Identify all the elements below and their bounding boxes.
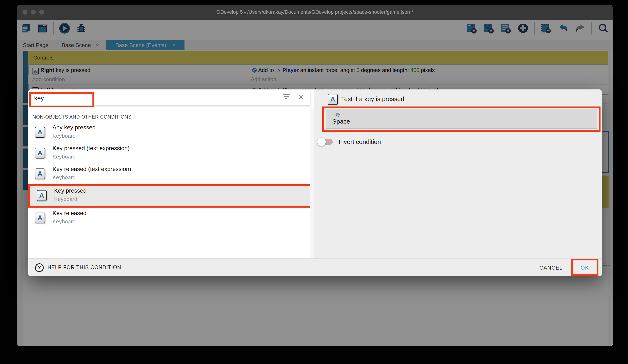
keyboard-icon: A — [35, 148, 45, 159]
item-subtitle: Keyboard — [54, 196, 77, 202]
screenshot-stage: GDevelop 5 - /Users/dkarakay/Documents/G… — [0, 0, 628, 364]
condition-list: NON-OBJECTS AND OTHER CONDITIONS A Any k… — [28, 108, 310, 259]
item-title: Key pressed — [54, 187, 87, 194]
item-title: Any key pressed — [53, 124, 96, 131]
cancel-button[interactable]: CANCEL — [537, 259, 565, 276]
help-label: HELP FOR THIS CONDITION — [48, 265, 121, 270]
condition-list-panel: ✕ NON-OBJECTS AND OTHER CONDITIONS A Any… — [28, 89, 310, 259]
key-field[interactable]: Key Space — [326, 109, 597, 129]
keyboard-icon: A — [35, 169, 45, 179]
list-item-key-pressed-selected[interactable]: A Key pressed Keyboard — [28, 184, 310, 208]
item-subtitle: Keyboard — [53, 174, 76, 181]
list-item-key-released[interactable]: A Key released Keyboard — [28, 208, 310, 228]
close-icon[interactable]: ✕ — [297, 92, 305, 102]
keyboard-icon: A — [37, 190, 47, 201]
item-subtitle: Keyboard — [53, 154, 76, 160]
titlebar: GDevelop 5 - /Users/dkarakay/Documents/G… — [17, 4, 613, 20]
key-field-value: Space — [332, 118, 350, 125]
item-subtitle: Keyboard — [53, 133, 76, 139]
section-header: NON-OBJECTS AND OTHER CONDITIONS — [28, 108, 310, 122]
key-field-label: Key — [332, 112, 340, 117]
invert-condition-label: Invert condition — [339, 138, 381, 145]
keyboard-icon: A — [35, 213, 45, 223]
item-title: Key released — [53, 210, 86, 216]
help-button[interactable]: ? HELP FOR THIS CONDITION — [35, 259, 121, 276]
help-icon: ? — [35, 263, 44, 272]
window-title: GDevelop 5 - /Users/dkarakay/Documents/G… — [17, 4, 613, 20]
ok-button[interactable]: OK — [574, 261, 595, 274]
list-item-key-pressed-text-expression[interactable]: A Key pressed (text expression) Keyboard — [28, 143, 310, 164]
keyboard-icon: A — [328, 94, 338, 105]
condition-editor-panel: A Test if a key is pressed Key Space Inv… — [314, 89, 602, 259]
list-item-any-key-pressed[interactable]: A Any key pressed Keyboard — [28, 122, 310, 143]
search-input[interactable] — [33, 92, 93, 104]
item-title: Key pressed (text expression) — [53, 145, 130, 151]
condition-editor-title: Test if a key is pressed — [341, 95, 404, 102]
list-item-key-released-text-expression[interactable]: A Key released (text expression) Keyboar… — [28, 164, 310, 184]
invert-condition-toggle[interactable] — [318, 139, 333, 145]
choose-condition-dialog: ✕ NON-OBJECTS AND OTHER CONDITIONS A Any… — [28, 89, 602, 276]
search-bar: ✕ — [28, 89, 310, 105]
dialog-actions-bar: ? HELP FOR THIS CONDITION CANCEL OK — [28, 258, 602, 276]
toggle-thumb[interactable] — [317, 138, 326, 146]
panel-divider — [310, 108, 314, 259]
item-title: Key released (text expression) — [53, 166, 131, 172]
item-subtitle: Keyboard — [53, 218, 76, 225]
keyboard-icon: A — [35, 127, 45, 138]
filter-icon[interactable] — [283, 94, 290, 100]
